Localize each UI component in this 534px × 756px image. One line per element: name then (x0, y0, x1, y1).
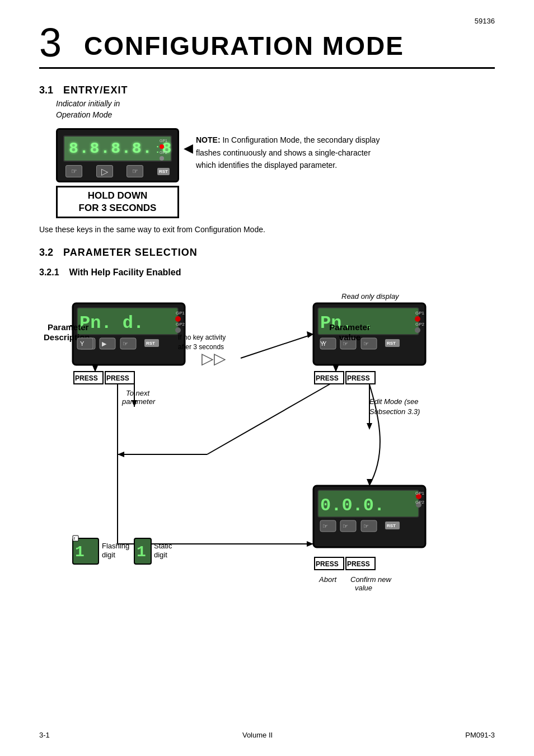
svg-text:PRESS: PRESS (75, 374, 98, 382)
read-only-label: Read only display (341, 292, 400, 300)
svg-text:☞: ☞ (123, 340, 128, 347)
svg-text:0.0.0.: 0.0.0. (320, 495, 385, 516)
section-3-1-label: ENTRY/EXIT (63, 84, 128, 96)
footer: 3-1 Volume II PM091-3 (39, 731, 495, 739)
section-3-2-title: 3.2 PARAMETER SELECTION (39, 247, 495, 259)
svg-marker-50 (367, 423, 372, 430)
chapter-number: 3 (39, 22, 62, 63)
svg-text:f: f (74, 537, 75, 541)
svg-line-78 (207, 384, 330, 454)
device-and-note: 8.8.8.8. : 8 GP1 GP2 ◀ ☞ ▷ ☞ RST (56, 128, 495, 218)
display-chars: 8.8.8.8. (69, 140, 153, 157)
device-buttons: ☞ ▷ ☞ RST (63, 165, 172, 177)
svg-text:☞: ☞ (343, 523, 348, 529)
indicator-dots: GP1 GP2 (160, 139, 167, 161)
footer-right: PM091-3 (465, 731, 495, 739)
svg-marker-77 (307, 541, 313, 547)
svg-text:GP2: GP2 (415, 500, 425, 505)
section-3-1-num: 3.1 (39, 84, 53, 96)
svg-text:Edit Mode (see: Edit Mode (see (369, 397, 418, 406)
svg-text:value: value (339, 332, 360, 342)
flashing-label: Flashing (102, 542, 129, 550)
svg-text:GP1: GP1 (176, 311, 185, 316)
hold-down-box: HOLD DOWNFOR 3 SECONDS (56, 186, 179, 218)
svg-text:Y: Y (80, 340, 85, 347)
static-label: Static (154, 542, 172, 550)
chapter-title-row: 3 CONFIGURATION MODE (39, 22, 495, 63)
btn-hand-left: ☞ (65, 165, 82, 177)
note-box: NOTE: In Configuration Mode, the seconda… (196, 128, 386, 171)
svg-text:GP2: GP2 (176, 322, 185, 327)
section-3-2-1-title: 3.2.1 With Help Facility Enabled (39, 267, 495, 278)
svg-line-73 (241, 334, 313, 358)
page-number-top: 59136 (475, 17, 495, 25)
svg-text:1: 1 (75, 543, 85, 561)
gp1-label: GP1 (160, 139, 167, 143)
svg-text:If no key activity: If no key activity (178, 334, 226, 341)
svg-text:PRESS: PRESS (347, 374, 370, 382)
section-3-2-label: PARAMETER SELECTION (63, 247, 198, 259)
section-3-2-1-num: 3.2.1 (39, 267, 59, 278)
svg-text:RST: RST (387, 523, 396, 528)
indicator-subtitle: Indicator initially in Operation Mode (56, 98, 495, 120)
param-desc-text: Parameter (48, 322, 89, 332)
svg-text:RST: RST (146, 341, 155, 346)
entry-arrow: ◀ (184, 141, 193, 156)
chapter-name: CONFIGURATION MODE (84, 32, 404, 63)
svg-marker-74 (307, 331, 313, 338)
svg-text:digit: digit (102, 551, 115, 559)
device-box: 8.8.8.8. : 8 GP1 GP2 ◀ ☞ ▷ ☞ RST (56, 128, 179, 182)
page: 59136 3 CONFIGURATION MODE 3.1 ENTRY/EXI… (0, 0, 534, 756)
body-text: Use these keys in the same way to exit f… (39, 224, 495, 236)
svg-text:PRESS: PRESS (316, 560, 339, 568)
svg-text:PRESS: PRESS (316, 374, 339, 382)
section-3-2-1-label: With Help Facility Enabled (69, 267, 181, 278)
device-wrapper: 8.8.8.8. : 8 GP1 GP2 ◀ ☞ ▷ ☞ RST (56, 128, 179, 218)
svg-text:Y: Y (320, 340, 325, 347)
svg-marker-80 (118, 452, 124, 457)
svg-text:Abort: Abort (318, 575, 337, 584)
svg-text:GP2: GP2 (415, 322, 425, 327)
svg-point-4 (175, 316, 181, 322)
svg-text:value: value (355, 584, 372, 592)
section-3-1-title: 3.1 ENTRY/EXIT (39, 84, 495, 96)
footer-left: 3-1 (39, 731, 50, 739)
svg-point-30 (415, 316, 420, 322)
device-display: 8.8.8.8. : 8 GP1 GP2 (63, 135, 172, 162)
svg-text:GP1: GP1 (415, 311, 425, 316)
display-colon: : (156, 142, 159, 156)
footer-center: Volume II (242, 731, 273, 739)
gp2-label: GP2 (160, 151, 167, 154)
diagram-container: Read only display Pn. d. GP1 GP2 ☞ ▶ ☞ R… (39, 287, 495, 669)
note-text: In Configuration Mode, the secondary dis… (196, 135, 380, 170)
btn-hand-right: ☞ (127, 165, 143, 177)
svg-text:☞: ☞ (363, 340, 369, 347)
svg-text:1: 1 (137, 543, 146, 561)
svg-point-6 (175, 327, 181, 333)
svg-text:Parameter: Parameter (329, 322, 371, 332)
svg-text:☞: ☞ (322, 523, 328, 529)
svg-text:parameter: parameter (121, 397, 156, 406)
svg-text:PRESS: PRESS (347, 560, 370, 568)
svg-text:digit: digit (154, 551, 167, 559)
hold-down-text: HOLD DOWNFOR 3 SECONDS (63, 190, 172, 214)
svg-text:Confirm new: Confirm new (350, 575, 392, 584)
svg-text:RST: RST (387, 341, 396, 346)
section-3-2-num: 3.2 (39, 247, 53, 259)
svg-text:▶: ▶ (102, 340, 107, 347)
diagram-svg: Read only display Pn. d. GP1 GP2 ☞ ▶ ☞ R… (39, 287, 498, 667)
svg-text:Pn. d.: Pn. d. (79, 313, 144, 334)
svg-text:▷▷: ▷▷ (202, 350, 226, 367)
btn-arrow: ▷ (96, 165, 113, 177)
svg-text:☞: ☞ (363, 523, 369, 529)
svg-text:PRESS: PRESS (106, 374, 129, 382)
note-bold-label: NOTE: (196, 135, 221, 144)
chapter-underline (39, 67, 495, 69)
svg-text:To next: To next (126, 389, 151, 397)
btn-rst: RST (157, 168, 170, 175)
svg-text:GP1: GP1 (415, 491, 425, 496)
svg-point-32 (415, 327, 420, 333)
